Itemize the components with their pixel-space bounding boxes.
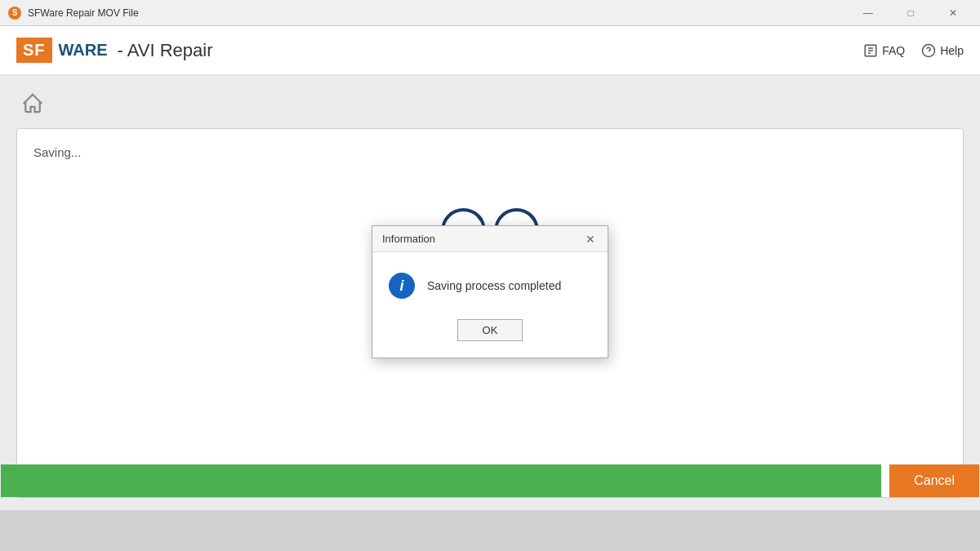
faq-nav-item[interactable]: FAQ (863, 43, 905, 58)
app-icon: S (8, 7, 21, 20)
progress-row: Cancel (1, 464, 979, 497)
home-button[interactable] (16, 87, 49, 120)
info-icon: i (389, 273, 415, 299)
progress-bar-fill (1, 464, 881, 497)
help-icon (921, 43, 936, 58)
help-label: Help (940, 44, 964, 57)
cancel-button[interactable]: Cancel (889, 464, 979, 497)
close-button[interactable]: ✕ (934, 2, 972, 24)
progress-bar-container (1, 464, 881, 497)
ok-button[interactable]: OK (457, 319, 523, 341)
title-bar-left: S SFWare Repair MOV File (8, 7, 139, 20)
help-nav-item[interactable]: Help (921, 43, 964, 58)
footer-strip (0, 510, 980, 551)
faq-label: FAQ (882, 44, 905, 57)
dialog-close-button[interactable]: ✕ (583, 232, 598, 247)
dialog-box: Information ✕ i Saving process completed… (372, 225, 608, 358)
dialog-title: Information (382, 233, 435, 245)
title-bar: S SFWare Repair MOV File — □ ✕ (0, 0, 980, 26)
app-logo: SFWARE - AVI Repair (16, 38, 213, 63)
title-bar-controls: — □ ✕ (849, 2, 972, 24)
logo-sf: SF (16, 38, 52, 63)
window-title: SFWare Repair MOV File (28, 7, 139, 19)
dialog-footer: OK (372, 311, 608, 358)
maximize-button[interactable]: □ (892, 2, 929, 24)
app-header: SFWARE - AVI Repair FAQ Help (0, 26, 980, 75)
dialog-body: i Saving process completed (372, 252, 608, 311)
logo-ware: WARE (59, 41, 108, 60)
faq-icon (863, 43, 878, 58)
saving-label: Saving... (33, 145, 947, 159)
dialog-message: Saving process completed (427, 279, 561, 292)
dialog-titlebar: Information ✕ (372, 226, 608, 252)
header-nav: FAQ Help (863, 43, 964, 58)
app-title: - AVI Repair (118, 40, 213, 61)
minimize-button[interactable]: — (849, 2, 887, 24)
home-icon (20, 91, 45, 116)
